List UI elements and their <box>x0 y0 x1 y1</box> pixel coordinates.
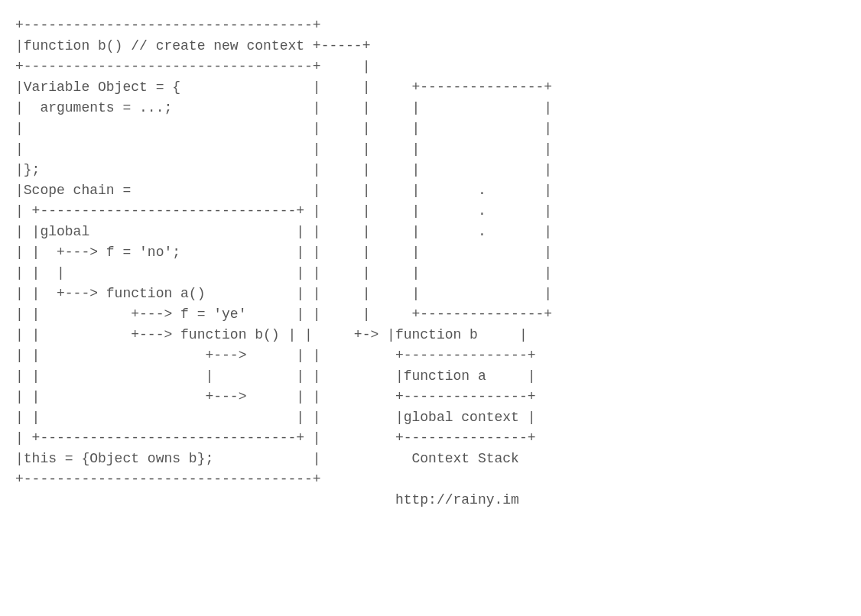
scope-inner-pipe: | | | | | |function a | <box>15 368 536 384</box>
this-line: |this = {Object owns b}; | <box>15 451 321 466</box>
ascii-diagram: +-----------------------------------+ |f… <box>15 15 846 511</box>
var-obj-arguments: | arguments = ...; | | <box>15 100 370 115</box>
scope-f-no: | | +---> f = 'no'; | | | <box>15 245 370 260</box>
var-obj-close: |}; | | <box>15 162 370 177</box>
var-obj-open: |Variable Object = { | | <box>15 79 370 95</box>
scope-f-ye: | | +---> f = 'ye' | | | <box>15 306 370 322</box>
stack-label: Context Stack <box>412 451 519 466</box>
scope-inner-arrow2: | | +---> | | +---------------+ <box>15 389 536 404</box>
scope-func-a: | | +---> function a() | | | <box>15 286 370 301</box>
scope-inner-arrow1: | | +---> | | +---------------+ <box>15 348 536 363</box>
stack-bottom: global context <box>404 410 519 425</box>
scope-global: | |global | | | <box>15 224 370 239</box>
scope-func-b: | | +---> function b() | | +-> |function… <box>15 327 528 342</box>
scope-chain-label: |Scope chain = | | <box>15 183 370 198</box>
source-url: http://rainy.im <box>395 492 519 507</box>
title-line: |function b() // create new context +---… <box>15 38 370 53</box>
